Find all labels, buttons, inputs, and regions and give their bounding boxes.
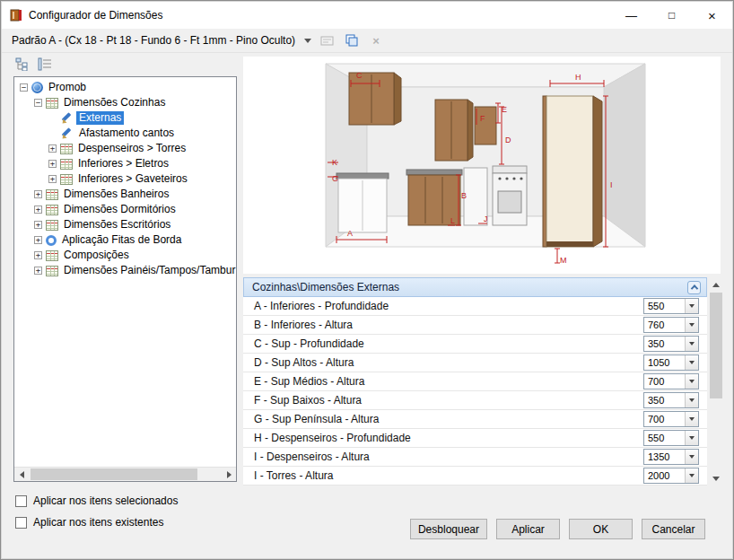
dimension-value-select[interactable]: 700	[643, 373, 699, 389]
dimension-value-select[interactable]: 760	[643, 317, 699, 333]
tree-expand-icon[interactable]	[38, 57, 53, 71]
desbloquear-button[interactable]: Desbloquear	[410, 519, 487, 539]
apply-selected-option[interactable]: Aplicar nos itens selecionados	[15, 494, 178, 507]
combo-dropdown-icon[interactable]	[685, 355, 698, 370]
pattern-dropdown-icon[interactable]	[304, 39, 311, 43]
dimension-letter: C	[356, 71, 363, 80]
scroll-thumb[interactable]	[31, 468, 197, 480]
tree-item[interactable]: +Composições	[14, 248, 236, 263]
tree-item[interactable]: +Despenseiros > Torres	[14, 141, 236, 156]
scroll-down-button[interactable]	[709, 471, 723, 486]
tree-item[interactable]: +Dimensões Dormitórios	[14, 202, 236, 217]
dimension-letter: B	[461, 191, 467, 200]
dimension-letter: M	[560, 256, 567, 265]
combo-dropdown-icon[interactable]	[685, 412, 698, 426]
minimize-button[interactable]: —	[611, 2, 651, 29]
tree-item-label: Inferiores > Eletros	[75, 157, 171, 171]
combo-dropdown-icon[interactable]	[685, 374, 698, 389]
tree-expander-icon[interactable]: +	[48, 160, 57, 168]
tree-expander-icon[interactable]: +	[48, 175, 57, 183]
tree: −Promob−Dimensões CozinhasExternasAfasta…	[14, 77, 236, 467]
tree-item[interactable]: +Inferiores > Eletros	[14, 156, 236, 171]
dimensions-header-text: Cozinhas\Dimensões Externas	[252, 281, 399, 293]
delete-pattern-icon[interactable]: ×	[368, 33, 384, 48]
dimension-row-label: I - Despenseiros - Altura	[254, 451, 643, 463]
combo-dropdown-icon[interactable]	[685, 431, 698, 445]
tree-item-label: Aplicação Fitas de Borda	[59, 233, 184, 247]
apply-existing-checkbox[interactable]	[15, 517, 27, 529]
tree-item-label: Afastamento cantos	[76, 127, 177, 140]
dimension-value-select[interactable]: 550	[643, 298, 699, 314]
dimension-value-select[interactable]: 350	[643, 392, 699, 408]
combo-dropdown-icon[interactable]	[685, 337, 698, 351]
combo-dropdown-icon[interactable]	[685, 393, 698, 407]
dimension-row-label: F - Sup Baixos - Altura	[254, 394, 643, 407]
tree-collapse-icon[interactable]	[15, 57, 31, 71]
dimension-value-select[interactable]: 2000	[643, 468, 699, 484]
close-button[interactable]: ×	[692, 2, 732, 29]
tree-item[interactable]: +Inferiores > Gaveteiros	[14, 171, 236, 187]
vertical-scroll-thumb[interactable]	[710, 293, 722, 398]
dimension-row: A - Inferiores - Profundidade550	[243, 297, 707, 316]
tree-item[interactable]: +Dimensões Escritórios	[14, 217, 236, 232]
dimension-value: 700	[644, 376, 685, 387]
tree-item[interactable]: Externas	[14, 110, 236, 126]
vertical-scrollbar[interactable]	[709, 277, 723, 486]
tree-expander-icon[interactable]: −	[20, 83, 28, 92]
ok-button[interactable]: OK	[569, 519, 633, 539]
apply-selected-checkbox[interactable]	[15, 495, 27, 507]
dimension-rows: A - Inferiores - Profundidade550B - Infe…	[243, 297, 707, 486]
combo-dropdown-icon[interactable]	[685, 299, 698, 313]
tree-expander-icon[interactable]: −	[34, 99, 42, 107]
tree-expander-icon[interactable]: +	[34, 190, 42, 198]
tree-expander-icon[interactable]: +	[48, 144, 57, 153]
dimension-value-select[interactable]: 1350	[643, 449, 699, 465]
dimension-letter: A	[347, 229, 353, 238]
globe-icon	[31, 82, 43, 93]
scroll-right-button[interactable]	[222, 468, 236, 481]
collapse-panel-button[interactable]	[687, 281, 701, 294]
tree-horizontal-scrollbar[interactable]	[14, 467, 236, 481]
table-icon	[60, 174, 73, 185]
dimension-value: 350	[644, 338, 685, 349]
scroll-track[interactable]	[29, 468, 222, 481]
dimensions-panel: Cozinhas\Dimensões Externas A - Inferior…	[243, 277, 707, 486]
dimension-value-select[interactable]: 700	[643, 411, 699, 427]
edit-pattern-icon[interactable]	[319, 33, 336, 48]
scroll-left-button[interactable]	[14, 468, 29, 481]
dimension-value-select[interactable]: 1050	[643, 354, 699, 371]
pattern-selector[interactable]: Padrão A - (Cx 18 - Pt 18 - Fundo 6 - Ft…	[12, 34, 295, 47]
tree-item[interactable]: +Dimensões Painéis/Tampos/Tambur	[14, 263, 236, 278]
tree-item[interactable]: −Promob	[14, 80, 236, 95]
table-icon	[46, 250, 58, 261]
tree-expander-icon[interactable]: +	[34, 221, 42, 229]
dimension-row-label: B - Inferiores - Altura	[254, 319, 643, 331]
copy-pattern-icon[interactable]	[344, 33, 360, 48]
combo-dropdown-icon[interactable]	[685, 318, 698, 332]
tree-expander-icon[interactable]: +	[34, 251, 42, 259]
scroll-up-button[interactable]	[709, 277, 723, 292]
dimension-letter: D	[505, 136, 511, 144]
dimension-value-select[interactable]: 550	[643, 430, 699, 446]
tree-item[interactable]: Afastamento cantos	[14, 126, 236, 141]
tree-item-label: Composições	[61, 249, 132, 262]
tree-expander-icon[interactable]: +	[34, 267, 42, 275]
dimension-value: 760	[644, 319, 685, 330]
maximize-button[interactable]: □	[651, 2, 692, 29]
combo-dropdown-icon[interactable]	[685, 468, 698, 483]
tree-item[interactable]: +Aplicação Fitas de Borda	[14, 232, 236, 248]
tree-expander-icon[interactable]: +	[34, 236, 42, 244]
chevron-up-icon	[690, 284, 697, 292]
combo-dropdown-icon[interactable]	[685, 450, 698, 464]
cancelar-button[interactable]: Cancelar	[642, 519, 705, 539]
table-icon	[46, 189, 58, 200]
tree-item[interactable]: +Dimensões Banheiros	[14, 187, 236, 202]
dimension-row-label: H - Despenseiros - Profundidade	[254, 432, 643, 444]
apply-existing-option[interactable]: Aplicar nos itens existentes	[15, 516, 163, 529]
dimension-row-label: G - Sup Península - Altura	[254, 413, 643, 425]
dimension-value-select[interactable]: 350	[643, 336, 699, 352]
aplicar-button[interactable]: Aplicar	[496, 519, 560, 539]
table-icon	[46, 98, 58, 109]
tree-expander-icon[interactable]: +	[34, 206, 42, 214]
tree-item[interactable]: −Dimensões Cozinhas	[14, 95, 236, 110]
